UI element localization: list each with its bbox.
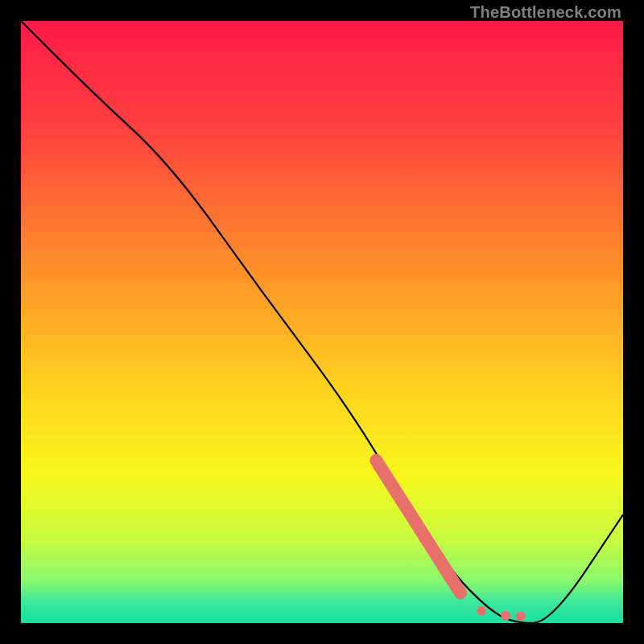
- highlight-dot: [501, 611, 510, 621]
- watermark-text: TheBottleneck.com: [470, 3, 621, 22]
- highlight-dot: [516, 612, 526, 621]
- bottleneck-chart: [21, 21, 623, 623]
- highlight-dot: [477, 606, 486, 616]
- chart-container: TheBottleneck.com: [0, 0, 644, 644]
- chart-background: [21, 21, 623, 623]
